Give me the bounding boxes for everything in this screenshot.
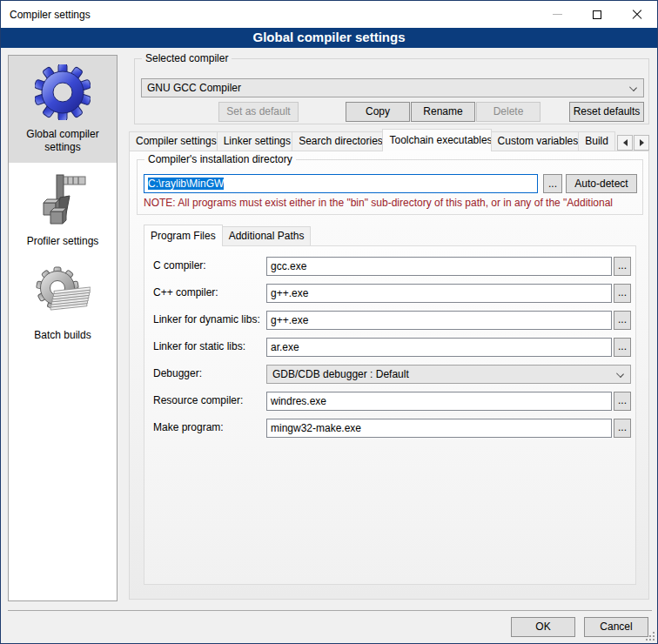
dynamic-linker-value: g++.exe [271,314,308,326]
resource-compiler-value: windres.exe [271,395,326,407]
tab-scroll-right-button[interactable] [634,135,649,151]
static-linker-value: ar.exe [271,341,299,353]
sidebar-item-label: Global compiler settings [10,128,115,154]
tab-scroll-left-icon [623,139,628,146]
caption-buttons [537,1,657,28]
debugger-select[interactable]: GDB/CDB debugger : Default [266,365,631,384]
compiler-settings-dialog: Compiler settings Global compiler settin… [0,0,658,644]
static-linker-row: Linker for static libs: ar.exe ... [144,338,635,357]
tab-custom-variables[interactable]: Custom variables [491,131,580,151]
sidebar-item-label: Profiler settings [10,235,115,248]
tab-program-files[interactable]: Program Files [144,225,223,246]
ok-button[interactable]: OK [511,617,575,637]
static-linker-browse-button[interactable]: ... [614,338,631,357]
tab-compiler-settings[interactable]: Compiler settings [129,131,218,151]
sidebar-item-profiler-settings[interactable]: Profiler settings [9,163,117,257]
resource-compiler-input[interactable]: windres.exe [266,392,612,411]
make-program-input[interactable]: mingw32-make.exe [266,419,612,438]
page-title: Global compiler settings [1,28,657,48]
chevron-down-icon [616,370,624,378]
auto-detect-button[interactable]: Auto-detect [566,174,637,193]
cpp-compiler-label: C++ compiler: [153,286,218,299]
resize-grip[interactable] [653,639,655,641]
sidebar-item-batch-builds[interactable]: Batch builds [9,257,117,351]
make-program-value: mingw32-make.exe [271,422,361,434]
tab-additional-paths[interactable]: Additional Paths [222,226,312,245]
dynamic-linker-input[interactable]: g++.exe [266,311,612,330]
tab-scroll-right-icon [640,139,644,146]
delete-button[interactable]: Delete [476,102,540,122]
dynamic-linker-label: Linker for dynamic libs: [153,313,260,325]
cpp-compiler-row: C++ compiler: g++.exe ... [144,284,635,303]
program-files-tabstrip: Program Files Additional Paths [144,225,636,245]
tab-scroll-left-button[interactable] [617,135,633,151]
tab-scroll-arrows [616,135,649,151]
installation-directory-value: C:\raylib\MinGW [148,178,224,190]
static-linker-input[interactable]: ar.exe [266,338,612,357]
window-title: Compiler settings [1,9,91,21]
debugger-select-value: GDB/CDB debugger : Default [272,368,409,380]
installation-directory-input[interactable]: C:\raylib\MinGW [144,174,538,193]
gray-gear-stack-icon [35,265,91,321]
sidebar-item-global-compiler-settings[interactable]: Global compiler settings [9,56,117,163]
make-program-row: Make program: mingw32-make.exe ... [144,419,635,438]
reset-defaults-button[interactable]: Reset defaults [569,102,644,122]
installation-directory-group: Compiler's installation directory C:\ray… [137,159,643,215]
c-compiler-browse-button[interactable]: ... [614,257,631,276]
c-compiler-label: C compiler: [153,259,206,272]
make-program-label: Make program: [153,421,224,433]
c-compiler-row: C compiler: gcc.exe ... [144,257,635,276]
compiler-select-value: GNU GCC Compiler [147,82,241,94]
titlebar: Compiler settings [1,1,657,28]
installation-directory-legend: Compiler's installation directory [144,153,296,165]
caliper-icon [35,171,91,227]
resource-compiler-label: Resource compiler: [153,394,243,406]
dynamic-linker-row: Linker for dynamic libs: g++.exe ... [144,311,635,330]
chevron-down-icon [629,84,637,91]
close-button[interactable] [617,1,657,28]
minimize-button[interactable] [537,1,577,28]
static-linker-label: Linker for static libs: [153,340,245,352]
maximize-button[interactable] [577,1,617,28]
c-compiler-input[interactable]: gcc.exe [266,257,612,276]
footer-separator [8,610,652,611]
cpp-compiler-input[interactable]: g++.exe [266,284,612,303]
cancel-button[interactable]: Cancel [584,617,648,637]
minimize-icon [553,14,562,15]
browse-directory-button[interactable]: ... [543,174,562,193]
make-program-browse-button[interactable]: ... [614,419,631,438]
resource-compiler-browse-button[interactable]: ... [614,392,631,411]
dynamic-linker-browse-button[interactable]: ... [614,311,631,330]
settings-tabstrip: Compiler settings Linker settings Search… [129,130,649,151]
installation-note: NOTE: All programs must exist either in … [144,197,640,209]
cpp-compiler-browse-button[interactable]: ... [614,284,631,303]
tab-linker-settings[interactable]: Linker settings [217,131,292,151]
settings-category-list: Global compiler settings Profiler settin… [8,55,118,601]
debugger-row: Debugger: GDB/CDB debugger : Default [144,365,635,384]
blue-gear-icon [35,64,91,120]
selected-compiler-legend: Selected compiler [142,52,232,64]
compiler-select[interactable]: GNU GCC Compiler [141,78,644,97]
c-compiler-value: gcc.exe [271,260,306,272]
sidebar-item-label: Batch builds [10,329,115,342]
maximize-icon [593,10,601,19]
program-files-page: C compiler: gcc.exe ... C++ compiler: g+… [144,245,636,585]
rename-button[interactable]: Rename [411,102,475,122]
cpp-compiler-value: g++.exe [271,287,308,299]
close-icon [632,10,642,20]
selected-compiler-group: Selected compiler GNU GCC Compiler Set a… [134,58,649,124]
tab-search-directories[interactable]: Search directories [292,131,383,151]
debugger-label: Debugger: [153,367,202,379]
set-as-default-button[interactable]: Set as default [218,102,299,122]
copy-button[interactable]: Copy [346,102,410,122]
toolchain-executables-page: Compiler's installation directory C:\ray… [129,151,649,600]
tab-toolchain-executables[interactable]: Toolchain executables [382,129,491,151]
tab-build-clipped[interactable]: Build [578,131,615,151]
resource-compiler-row: Resource compiler: windres.exe ... [144,392,635,411]
